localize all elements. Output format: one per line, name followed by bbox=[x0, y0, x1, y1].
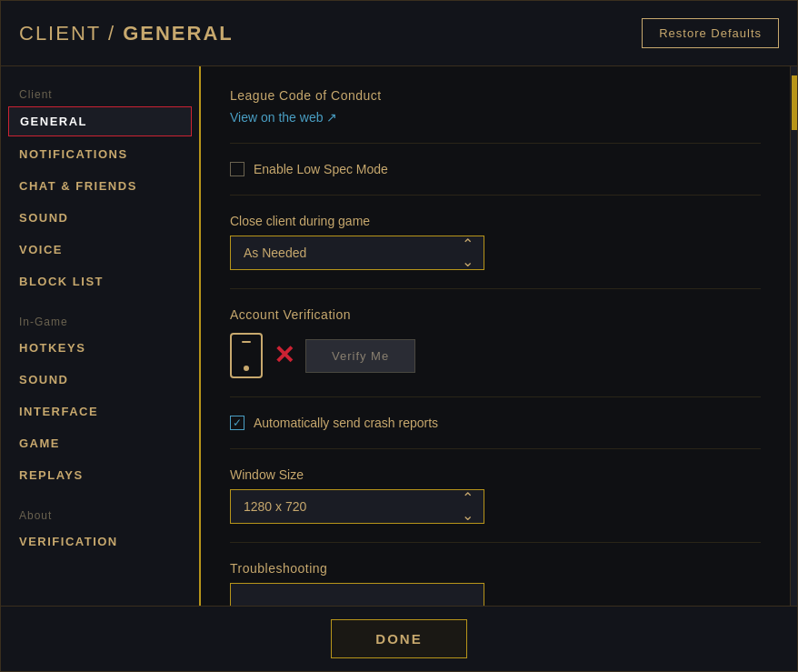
sidebar-item-block-list[interactable]: BLOCK LIST bbox=[1, 266, 199, 297]
sidebar: Client GENERAL NOTIFICATIONS CHAT & FRIE… bbox=[1, 66, 201, 606]
close-client-dropdown[interactable]: Never As Needed Always bbox=[230, 236, 484, 270]
divider-1 bbox=[230, 143, 761, 144]
sidebar-section-ingame: In-Game bbox=[1, 308, 199, 332]
crash-reports-row: Automatically send crash reports bbox=[230, 416, 761, 430]
restore-defaults-button[interactable]: Restore Defaults bbox=[642, 18, 779, 48]
crash-reports-label: Automatically send crash reports bbox=[254, 416, 438, 430]
window-size-dropdown[interactable]: 1024 x 576 1280 x 720 1600 x 900 1920 x … bbox=[230, 489, 484, 524]
x-icon: ✕ bbox=[274, 343, 294, 368]
sidebar-section-about: About bbox=[1, 502, 199, 526]
sidebar-item-interface[interactable]: INTERFACE bbox=[1, 396, 199, 427]
sidebar-item-voice[interactable]: VOICE bbox=[1, 234, 199, 266]
low-spec-checkbox[interactable] bbox=[230, 162, 244, 176]
verify-me-button[interactable]: Verify Me bbox=[305, 339, 415, 373]
troubleshooting-input-partial bbox=[230, 583, 484, 606]
sidebar-item-game[interactable]: GAME bbox=[1, 427, 199, 459]
content-area: League Code of Conduct View on the web ↗… bbox=[201, 66, 790, 606]
window-size-label: Window Size bbox=[230, 467, 761, 482]
low-spec-row: Enable Low Spec Mode bbox=[230, 162, 761, 176]
league-code-section-title: League Code of Conduct bbox=[230, 88, 761, 103]
sidebar-item-hotkeys[interactable]: HOTKEYS bbox=[1, 332, 199, 364]
sidebar-item-notifications[interactable]: NOTIFICATIONS bbox=[1, 138, 199, 170]
divider-3 bbox=[230, 288, 761, 289]
sidebar-section-client: Client bbox=[1, 81, 199, 105]
close-client-dropdown-wrapper: Never As Needed Always ⌃⌄ bbox=[230, 236, 484, 270]
sidebar-item-replays[interactable]: REPLAYS bbox=[1, 459, 199, 491]
account-verification-section: Account Verification ✕ Verify Me bbox=[230, 307, 761, 378]
troubleshooting-section: Troubleshooting bbox=[230, 561, 761, 606]
verify-icons-row: ✕ Verify Me bbox=[230, 333, 761, 378]
troubleshooting-title: Troubleshooting bbox=[230, 561, 761, 576]
divider-6 bbox=[230, 542, 761, 543]
phone-icon bbox=[230, 333, 263, 378]
view-on-web-link[interactable]: View on the web ↗ bbox=[230, 110, 761, 125]
low-spec-label: Enable Low Spec Mode bbox=[254, 162, 388, 176]
main-layout: Client GENERAL NOTIFICATIONS CHAT & FRIE… bbox=[1, 66, 797, 606]
header: CLIENT / GENERAL Restore Defaults bbox=[1, 1, 797, 66]
divider-2 bbox=[230, 195, 761, 196]
scrollbar-right[interactable] bbox=[790, 66, 797, 606]
breadcrumb-client: CLIENT / bbox=[19, 22, 123, 45]
sidebar-item-general[interactable]: GENERAL bbox=[8, 106, 192, 136]
footer: DONE bbox=[1, 606, 797, 671]
account-verification-title: Account Verification bbox=[230, 307, 761, 322]
sidebar-item-chat-friends[interactable]: CHAT & FRIENDS bbox=[1, 170, 199, 202]
breadcrumb-general: GENERAL bbox=[123, 22, 234, 45]
close-client-section: Close client during game Never As Needed… bbox=[230, 214, 761, 270]
done-button[interactable]: DONE bbox=[331, 619, 466, 658]
sidebar-item-sound[interactable]: SOUND bbox=[1, 202, 199, 234]
window-size-dropdown-wrapper: 1024 x 576 1280 x 720 1600 x 900 1920 x … bbox=[230, 489, 484, 524]
page-title: CLIENT / GENERAL bbox=[19, 22, 234, 45]
crash-reports-checkbox[interactable] bbox=[230, 416, 244, 430]
divider-5 bbox=[230, 448, 761, 449]
app-container: CLIENT / GENERAL Restore Defaults Client… bbox=[0, 0, 798, 672]
close-client-label: Close client during game bbox=[230, 214, 761, 228]
divider-4 bbox=[230, 396, 761, 397]
scrollbar-thumb[interactable] bbox=[792, 75, 797, 130]
phone-speaker bbox=[242, 341, 251, 343]
window-size-section: Window Size 1024 x 576 1280 x 720 1600 x… bbox=[230, 467, 761, 524]
phone-button bbox=[244, 366, 249, 371]
sidebar-item-sound-ingame[interactable]: SOUND bbox=[1, 364, 199, 396]
sidebar-item-verification[interactable]: VERIFICATION bbox=[1, 526, 199, 557]
